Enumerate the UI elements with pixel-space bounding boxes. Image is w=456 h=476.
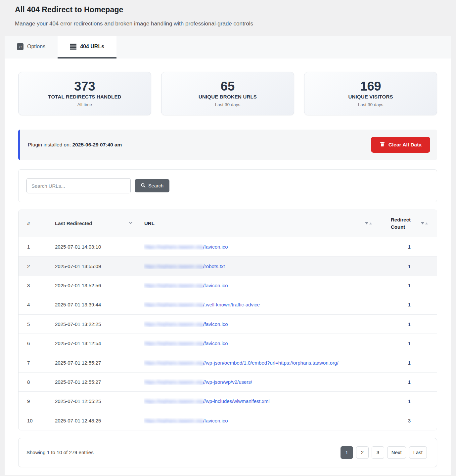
url-path: /favicon.ico bbox=[203, 321, 228, 327]
table-icon bbox=[70, 44, 76, 50]
table-row: 8 2025-07-01 12:55:27 https://orphans.ta… bbox=[19, 372, 437, 391]
row-index: 6 bbox=[19, 340, 55, 346]
url-link[interactable]: https://orphans.taawon.org/favicon.ico bbox=[144, 340, 228, 346]
row-url: https://orphans.taawon.org/favicon.ico bbox=[139, 340, 374, 346]
table-row: 1 2025-07-01 14:03:10 https://orphans.ta… bbox=[19, 237, 437, 256]
stat-label: UNIQUE VISITORS bbox=[348, 94, 393, 99]
url-path: //wp-json/wp/v2/users/ bbox=[203, 379, 252, 385]
row-last-redirected: 2025-07-01 12:55:27 bbox=[55, 360, 139, 366]
stat-period: Last 30 days bbox=[215, 102, 241, 107]
table-row: 9 2025-07-01 12:55:25 https://orphans.ta… bbox=[19, 391, 437, 411]
next-page-button[interactable]: Next bbox=[387, 446, 406, 459]
row-index: 9 bbox=[19, 398, 55, 404]
row-url: https://orphans.taawon.org/robots.txt bbox=[139, 263, 374, 269]
sliders-icon: ↓↑ bbox=[17, 43, 23, 50]
row-last-redirected: 2025-07-01 13:55:09 bbox=[55, 263, 139, 269]
url-link[interactable]: https://orphans.taawon.org/.well-known/t… bbox=[144, 302, 260, 307]
url-path: /favicon.ico bbox=[203, 283, 228, 288]
table-row: 6 2025-07-01 13:12:54 https://orphans.ta… bbox=[19, 334, 437, 353]
stat-label: UNIQUE BROKEN URLS bbox=[199, 94, 257, 99]
entries-summary: Showing 1 to 10 of 279 entries bbox=[26, 450, 94, 455]
chevron-down-icon bbox=[128, 220, 133, 226]
url-link[interactable]: https://orphans.taawon.org//wp-json/wp/v… bbox=[144, 379, 252, 385]
row-last-redirected: 2025-07-01 14:03:10 bbox=[55, 244, 139, 250]
row-index: 2 bbox=[19, 263, 55, 269]
stat-period: All time bbox=[77, 102, 92, 107]
url-path: //wp-includes/wlwmanifest.xml bbox=[203, 398, 270, 404]
row-last-redirected: 2025-07-01 13:22:25 bbox=[55, 321, 139, 327]
row-redirect-count: 1 bbox=[374, 302, 412, 307]
table-row: 10 2025-07-01 12:48:25 https://orphans.t… bbox=[19, 411, 437, 430]
header-last-redirected[interactable]: Last Redirected bbox=[55, 220, 139, 226]
page-title: All 404 Redirect to Homepage bbox=[15, 5, 451, 14]
url-link[interactable]: https://orphans.taawon.org/robots.txt bbox=[144, 263, 225, 269]
url-path: /.well-known/traffic-advice bbox=[203, 302, 260, 307]
url-link[interactable]: https://orphans.taawon.org/favicon.ico bbox=[144, 244, 228, 250]
sort-icon[interactable] bbox=[365, 222, 372, 224]
header-sort-spacer bbox=[412, 222, 437, 224]
url-link[interactable]: https://orphans.taawon.org//wp-includes/… bbox=[144, 398, 270, 404]
last-page-button[interactable]: Last bbox=[409, 446, 427, 459]
stat-card-unique-broken-urls: 65 UNIQUE BROKEN URLS Last 30 days bbox=[161, 72, 294, 115]
clear-all-data-button[interactable]: Clear All Data bbox=[371, 137, 430, 153]
header-redirect-count-line2: Count bbox=[391, 223, 411, 231]
install-date-value: 2025-06-29 07:40 am bbox=[72, 142, 122, 147]
search-input[interactable] bbox=[26, 178, 131, 193]
url-path: /favicon.ico bbox=[203, 418, 228, 423]
blurred-domain: https://orphans.taawon.org bbox=[144, 263, 203, 269]
url-link[interactable]: https://orphans.taawon.org/favicon.ico bbox=[144, 283, 228, 288]
header-redirect-count[interactable]: Redirect Count bbox=[374, 216, 412, 231]
urls-table: # Last Redirected URL Redirect Count bbox=[18, 210, 437, 430]
stat-card-unique-visitors: 169 UNIQUE VISITORS Last 30 days bbox=[304, 72, 437, 115]
tab-404-urls[interactable]: 404 URLs bbox=[58, 36, 116, 59]
url-link[interactable]: https://orphans.taawon.org//wp-json/oemb… bbox=[144, 360, 339, 366]
table-header-row: # Last Redirected URL Redirect Count bbox=[19, 210, 437, 237]
search-button-label: Search bbox=[148, 183, 163, 188]
blurred-domain: https://orphans.taawon.org bbox=[144, 283, 203, 288]
header-url[interactable]: URL bbox=[139, 220, 374, 226]
tab-options[interactable]: ↓↑ Options bbox=[5, 36, 58, 59]
page-button-3[interactable]: 3 bbox=[372, 446, 384, 459]
blurred-domain: https://orphans.taawon.org bbox=[144, 340, 203, 346]
page-root: All 404 Redirect to Homepage Manage your… bbox=[5, 0, 451, 475]
row-redirect-count: 1 bbox=[374, 398, 412, 404]
row-index: 8 bbox=[19, 379, 55, 385]
row-url: https://orphans.taawon.org/favicon.ico bbox=[139, 321, 374, 327]
row-index: 3 bbox=[19, 283, 55, 288]
table-row: 7 2025-07-01 12:55:27 https://orphans.ta… bbox=[19, 353, 437, 372]
header-redirect-count-line1: Redirect bbox=[391, 216, 411, 223]
url-path: //wp-json/oembed/1.0/embed?url=https://o… bbox=[203, 360, 339, 366]
row-redirect-count: 1 bbox=[374, 283, 412, 288]
search-bar: Search bbox=[18, 169, 437, 202]
page-button-1[interactable]: 1 bbox=[341, 446, 353, 459]
page-header: All 404 Redirect to Homepage Manage your… bbox=[5, 0, 451, 27]
row-last-redirected: 2025-07-01 12:55:25 bbox=[55, 398, 139, 404]
row-index: 4 bbox=[19, 302, 55, 307]
row-redirect-count: 3 bbox=[374, 418, 412, 423]
row-last-redirected: 2025-07-01 12:55:27 bbox=[55, 379, 139, 385]
search-button[interactable]: Search bbox=[135, 179, 169, 192]
tab-404-urls-label: 404 URLs bbox=[80, 44, 104, 50]
page-button-2[interactable]: 2 bbox=[356, 446, 369, 459]
row-last-redirected: 2025-07-01 13:12:54 bbox=[55, 340, 139, 346]
blurred-domain: https://orphans.taawon.org bbox=[144, 379, 203, 385]
url-link[interactable]: https://orphans.taawon.org/favicon.ico bbox=[144, 418, 228, 423]
row-last-redirected: 2025-07-01 13:52:56 bbox=[55, 283, 139, 288]
row-redirect-count: 1 bbox=[374, 244, 412, 250]
row-url: https://orphans.taawon.org/favicon.ico bbox=[139, 418, 374, 423]
page-subtitle: Manage your 404 error redirections and b… bbox=[15, 20, 451, 27]
row-index: 7 bbox=[19, 360, 55, 366]
stat-value: 65 bbox=[221, 80, 235, 93]
row-redirect-count: 1 bbox=[374, 263, 412, 269]
row-last-redirected: 2025-07-01 13:39:44 bbox=[55, 302, 139, 307]
url-link[interactable]: https://orphans.taawon.org/favicon.ico bbox=[144, 321, 228, 327]
table-row: 5 2025-07-01 13:22:25 https://orphans.ta… bbox=[19, 314, 437, 334]
blurred-domain: https://orphans.taawon.org bbox=[144, 321, 203, 327]
pagination-buttons: 123 Next Last bbox=[341, 446, 427, 459]
stats-row: 373 TOTAL REDIRECTS HANDLED All time 65 … bbox=[18, 72, 437, 115]
row-url: https://orphans.taawon.org/favicon.ico bbox=[139, 244, 374, 250]
sort-icon[interactable] bbox=[421, 222, 428, 224]
tab-bar: ↓↑ Options 404 URLs bbox=[5, 36, 451, 59]
row-last-redirected: 2025-07-01 12:48:25 bbox=[55, 418, 139, 423]
url-path: /favicon.ico bbox=[203, 340, 228, 346]
